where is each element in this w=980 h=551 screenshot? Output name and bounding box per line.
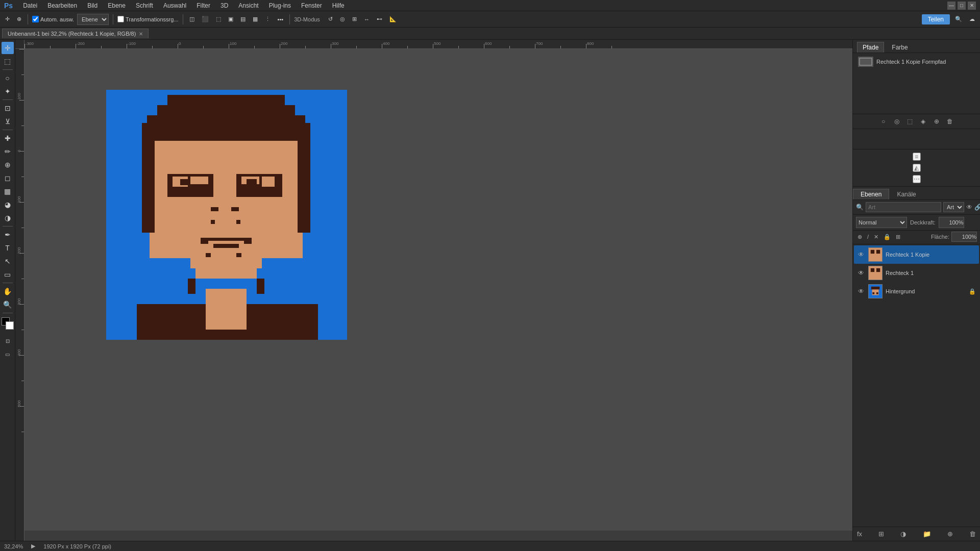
pen-tool-button[interactable]: ✒ — [2, 229, 14, 241]
lock-transparent-button[interactable]: ⊕ — [856, 233, 864, 241]
move3d-icon[interactable]: ↔ — [362, 15, 372, 23]
layer-item-2[interactable]: 👁 Hintergrund 🔒 — [854, 282, 979, 300]
gradient-tool-button[interactable]: ▦ — [2, 185, 14, 197]
layer-delete-button[interactable]: 🗑 — [968, 529, 977, 539]
menu-bild[interactable]: Bild — [83, 1, 102, 10]
auto-select-mode[interactable]: Ebene — [77, 14, 109, 25]
layer-new-button[interactable]: ⊕ — [946, 529, 954, 539]
tab-ebenen[interactable]: Ebenen — [853, 189, 889, 199]
panel-icon-2[interactable]: ◭ — [913, 164, 921, 172]
menu-fenster[interactable]: Fenster — [297, 1, 326, 10]
align-bottom-button[interactable]: ▦ — [251, 15, 260, 23]
layers-filter-select[interactable]: Art — [943, 202, 964, 212]
blend-mode-select[interactable]: Normal Auflösen Abdunkeln Multiplizieren — [856, 217, 907, 228]
close-button[interactable]: ✕ — [968, 2, 976, 10]
menu-hilfe[interactable]: Hilfe — [328, 1, 349, 10]
heal-tool-button[interactable]: ✚ — [2, 132, 14, 144]
panel-icon-3[interactable]: ⋯ — [913, 175, 921, 183]
path-stroke-button[interactable]: ◎ — [892, 116, 902, 127]
measure-icon[interactable]: 📐 — [387, 15, 399, 23]
maximize-button[interactable]: □ — [958, 2, 966, 10]
menu-schrift[interactable]: Schrift — [132, 1, 157, 10]
cloud-button[interactable]: ☁ — [967, 15, 977, 23]
tab-farbe[interactable]: Farbe — [886, 42, 913, 53]
menu-3d[interactable]: 3D — [216, 1, 232, 10]
path-selection-button[interactable]: ⬚ — [905, 116, 915, 127]
refresh-icon[interactable]: ↺ — [326, 15, 335, 23]
shape-tool-button[interactable]: ▭ — [2, 268, 14, 281]
align-center-button[interactable]: ⬛ — [200, 15, 211, 23]
menu-datei[interactable]: Datei — [19, 1, 41, 10]
layer-item-0[interactable]: 👁 Rechteck 1 Kopie — [854, 245, 979, 264]
menu-plugins[interactable]: Plug-ins — [265, 1, 295, 10]
move-tool-button[interactable]: ✛ — [2, 42, 14, 54]
auto-select-checkbox[interactable] — [32, 16, 39, 22]
color-swatches[interactable] — [2, 317, 14, 330]
lock-all-button[interactable]: ⊞ — [894, 233, 902, 241]
menu-bearbeiten[interactable]: Bearbeiten — [43, 1, 81, 10]
layer-visibility-filter[interactable]: 👁 — [966, 202, 972, 212]
select-tool-button[interactable]: ⬚ — [2, 55, 14, 67]
brush-tool-button[interactable]: ✏ — [2, 145, 14, 158]
canvas-content[interactable] — [24, 49, 852, 531]
opacity-input[interactable] — [939, 217, 964, 228]
path-from-selection-button[interactable]: ◈ — [918, 116, 928, 127]
tab-kanaele[interactable]: Kanäle — [889, 189, 923, 199]
menu-auswahl[interactable]: Auswahl — [159, 1, 190, 10]
align-left-button[interactable]: ◫ — [187, 15, 197, 23]
lock-artboard-button[interactable]: 🔒 — [882, 233, 892, 241]
lock-position-button[interactable]: ✕ — [872, 233, 880, 241]
text-tool-button[interactable]: T — [2, 242, 14, 254]
layer-group-button[interactable]: 📁 — [922, 529, 932, 539]
transform-toggle[interactable]: ⊕ — [15, 15, 23, 23]
dodge-tool-button[interactable]: ◑ — [2, 212, 14, 224]
eraser-tool-button[interactable]: ◻ — [2, 172, 14, 184]
path-add-button[interactable]: ⊕ — [932, 116, 942, 127]
grid-icon[interactable]: ⊞ — [350, 15, 359, 23]
layer-2-visibility[interactable]: 👁 — [857, 287, 865, 295]
align-right-button[interactable]: ⬚ — [214, 15, 223, 23]
path-item[interactable]: Rechteck 1 Kopie Formpfad — [855, 55, 978, 68]
transform-checkbox[interactable] — [117, 16, 124, 22]
path-select-button[interactable]: ↖ — [2, 255, 14, 267]
path-delete-button[interactable]: 🗑 — [945, 116, 955, 127]
screen-mode-button[interactable]: ▭ — [2, 348, 14, 360]
more-options-button[interactable]: ••• — [276, 15, 286, 23]
distribute-button[interactable]: ⋮ — [263, 15, 273, 23]
move-tool-icon[interactable]: ✛ — [3, 15, 12, 23]
path-fill-button[interactable]: ○ — [878, 116, 889, 127]
align-middle-button[interactable]: ▤ — [238, 15, 248, 23]
target-icon[interactable]: ◎ — [338, 15, 347, 23]
share-button[interactable]: Teilen — [922, 14, 950, 24]
menu-ebene[interactable]: Ebene — [104, 1, 130, 10]
quick-mask-button[interactable]: ⊡ — [2, 335, 14, 347]
background-color[interactable] — [6, 321, 14, 330]
layer-fx-button[interactable]: fx — [856, 529, 863, 539]
search-button[interactable]: 🔍 — [953, 15, 964, 23]
minimize-button[interactable]: — — [947, 2, 955, 10]
layer-item-1[interactable]: 👁 Rechteck 1 — [854, 264, 979, 282]
lasso-tool-button[interactable]: ○ — [2, 72, 14, 84]
layer-0-visibility[interactable]: 👁 — [857, 251, 865, 259]
ruler-icon[interactable]: ⊷ — [375, 15, 384, 23]
crop-tool-button[interactable]: ⊡ — [2, 102, 14, 114]
eyedropper-button[interactable]: ⊻ — [2, 115, 14, 128]
tab-pfade[interactable]: Pfade — [857, 42, 884, 53]
layer-link-filter[interactable]: 🔗 — [974, 202, 980, 212]
lock-image-button[interactable]: / — [866, 233, 870, 240]
fill-input[interactable] — [951, 232, 977, 242]
magic-wand-button[interactable]: ✦ — [2, 85, 14, 97]
document-tab[interactable]: Unbenannt-1 bei 32,2% (Rechteck 1 Kopie,… — [2, 29, 149, 38]
menu-ansicht[interactable]: Ansicht — [234, 1, 262, 10]
layer-adjustment-button[interactable]: ◑ — [899, 529, 907, 539]
blur-tool-button[interactable]: ◕ — [2, 198, 14, 211]
panel-icon-1[interactable]: ≡ — [913, 153, 921, 161]
document-tab-close[interactable]: ✕ — [139, 31, 143, 37]
zoom-tool-button[interactable]: 🔍 — [2, 298, 14, 311]
layer-1-visibility[interactable]: 👁 — [857, 269, 865, 277]
menu-filter[interactable]: Filter — [192, 1, 214, 10]
clone-tool-button[interactable]: ⊕ — [2, 159, 14, 171]
artwork-canvas[interactable] — [106, 90, 347, 340]
layers-search-input[interactable] — [866, 202, 941, 212]
hand-tool-button[interactable]: ✋ — [2, 285, 14, 297]
